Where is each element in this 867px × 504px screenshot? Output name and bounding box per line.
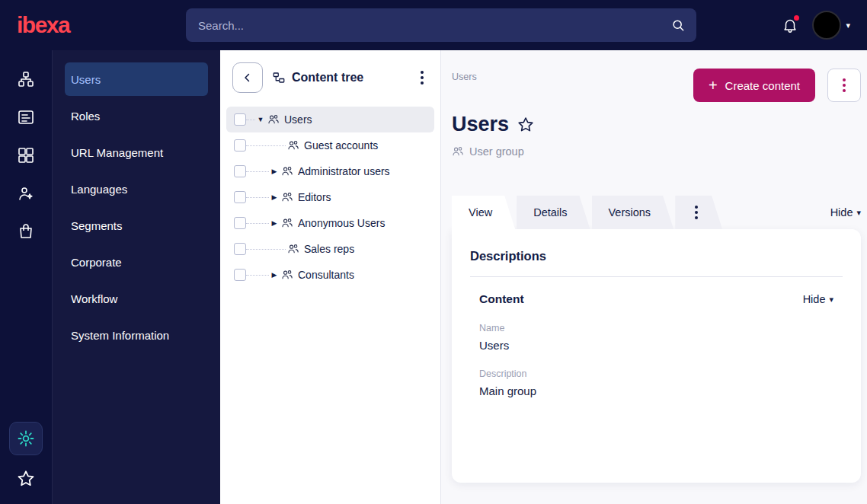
chevron-down-icon: ▾ bbox=[846, 21, 850, 30]
user-group-icon bbox=[267, 113, 280, 126]
user-menu[interactable]: ▾ bbox=[812, 11, 850, 40]
tree-item-anonymous-users[interactable]: ▶ Anonymous Users bbox=[226, 210, 434, 236]
rail-item-bookmarks[interactable] bbox=[16, 469, 36, 489]
tree-item-label[interactable]: Administrator users bbox=[298, 165, 390, 177]
sidebar-item-corporate[interactable]: Corporate bbox=[65, 245, 208, 279]
tree-expand-caret[interactable]: ▶ bbox=[269, 219, 280, 227]
user-group-icon bbox=[281, 217, 293, 229]
content-field-group: Content Hide ▾ Name Users Description Ma… bbox=[470, 292, 843, 397]
tree-guide-line bbox=[246, 197, 269, 198]
user-group-icon bbox=[281, 165, 293, 177]
tree-guide-line bbox=[246, 223, 269, 224]
rail-item-personalization[interactable] bbox=[17, 184, 35, 203]
content-structure-icon bbox=[17, 70, 35, 88]
tree-checkbox[interactable] bbox=[234, 139, 246, 152]
hide-group-toggle[interactable]: Hide ▾ bbox=[803, 293, 833, 305]
global-search[interactable] bbox=[186, 8, 696, 42]
tree-options-kebab[interactable] bbox=[416, 66, 428, 89]
hide-label: Hide bbox=[803, 293, 826, 305]
breadcrumb[interactable]: Users bbox=[452, 72, 477, 82]
tab-versions[interactable]: Versions bbox=[592, 196, 674, 229]
sidebar-item-languages[interactable]: Languages bbox=[65, 172, 208, 206]
sidebar-item-roles[interactable]: Roles bbox=[65, 99, 208, 132]
search-icon[interactable] bbox=[670, 18, 686, 33]
create-content-label: Create content bbox=[725, 79, 800, 92]
tree-item-label[interactable]: Users bbox=[284, 113, 312, 126]
content-group-header: Content Hide ▾ bbox=[479, 292, 833, 306]
tree-guide-line bbox=[246, 120, 255, 120]
tree-checkbox[interactable] bbox=[234, 243, 246, 255]
avatar[interactable] bbox=[812, 11, 841, 40]
sidebar-item-label: Roles bbox=[71, 110, 100, 123]
tree-item-label[interactable]: Editors bbox=[298, 191, 331, 203]
tree-item-sales-reps[interactable]: Sales reps bbox=[226, 236, 434, 262]
tab-view[interactable]: View bbox=[452, 196, 515, 229]
bookmarks-star-icon bbox=[16, 469, 36, 489]
topbar-right: ▾ bbox=[782, 0, 850, 50]
page-title: Users bbox=[452, 113, 509, 136]
notifications-button[interactable] bbox=[782, 17, 798, 33]
tree-item-consultants[interactable]: ▶ Consultants bbox=[226, 262, 434, 288]
user-group-icon bbox=[452, 145, 464, 158]
more-actions-button[interactable] bbox=[827, 69, 861, 102]
rail-item-commerce[interactable] bbox=[17, 222, 35, 241]
descriptions-heading: Descriptions bbox=[470, 249, 843, 263]
field-value: Users bbox=[479, 339, 833, 352]
ibexa-logo[interactable]: ibexa bbox=[17, 14, 69, 37]
rail-bottom bbox=[9, 422, 43, 492]
sidebar-item-label: Corporate bbox=[71, 256, 122, 269]
field-value: Main group bbox=[479, 384, 833, 397]
sidebar-item-label: System Information bbox=[71, 329, 169, 342]
tree-icon bbox=[272, 71, 286, 85]
bookmark-star-icon[interactable] bbox=[517, 116, 535, 134]
tree-item-editors[interactable]: ▶ Editors bbox=[226, 184, 434, 210]
main-content: Users + Create content Users bbox=[441, 50, 867, 504]
tree-expand-caret[interactable]: ▶ bbox=[269, 167, 280, 175]
tree-expand-caret[interactable]: ▶ bbox=[269, 271, 280, 279]
rail-item-settings[interactable] bbox=[9, 422, 43, 455]
tree-checkbox[interactable] bbox=[234, 269, 246, 281]
tree-expand-caret[interactable]: ▼ bbox=[255, 116, 266, 123]
tree-checkbox[interactable] bbox=[234, 113, 246, 126]
tree-item-label[interactable]: Sales reps bbox=[304, 243, 354, 255]
content-tree-list: ▼ Users Guest accounts bbox=[220, 100, 440, 288]
tab-more-kebab[interactable] bbox=[675, 196, 722, 229]
field-description: Description Main group bbox=[479, 368, 833, 397]
create-content-button[interactable]: + Create content bbox=[693, 69, 815, 102]
tab-label: Versions bbox=[609, 206, 651, 219]
tree-checkbox[interactable] bbox=[234, 217, 246, 229]
hide-panel-toggle[interactable]: Hide ▾ bbox=[830, 206, 861, 219]
content-type-label: User group bbox=[469, 145, 524, 158]
sidebar-item-label: Users bbox=[71, 73, 101, 86]
icon-rail bbox=[0, 50, 53, 504]
sidebar-item-workflow[interactable]: Workflow bbox=[65, 282, 208, 315]
tree-item-label[interactable]: Guest accounts bbox=[304, 139, 378, 152]
sidebar-item-label: URL Management bbox=[71, 146, 163, 159]
user-group-icon bbox=[287, 139, 299, 152]
sidebar-item-users[interactable]: Users bbox=[65, 62, 208, 96]
tab-details[interactable]: Details bbox=[517, 196, 590, 229]
tree-item-users[interactable]: ▼ Users bbox=[226, 107, 434, 132]
sidebar-item-segments[interactable]: Segments bbox=[65, 209, 208, 242]
sidebar-item-url-management[interactable]: URL Management bbox=[65, 136, 208, 169]
user-group-icon bbox=[281, 269, 293, 281]
sidebar-item-label: Segments bbox=[71, 219, 123, 232]
tree-checkbox[interactable] bbox=[234, 165, 246, 177]
tree-item-guest-accounts[interactable]: Guest accounts bbox=[226, 132, 434, 158]
rail-item-content-list[interactable] bbox=[17, 108, 35, 126]
tabs-row: View Details Versions Hide ▾ bbox=[452, 196, 861, 229]
field-label: Name bbox=[479, 323, 833, 333]
rail-item-content-structure[interactable] bbox=[17, 70, 35, 88]
tree-expand-caret[interactable]: ▶ bbox=[269, 193, 280, 201]
content-tree-title-text: Content tree bbox=[292, 71, 363, 85]
rail-item-blocks[interactable] bbox=[17, 146, 35, 164]
hide-label: Hide bbox=[830, 206, 853, 219]
collapse-tree-button[interactable] bbox=[232, 62, 263, 93]
tree-item-administrator-users[interactable]: ▶ Administrator users bbox=[226, 158, 434, 184]
sidebar-item-system-information[interactable]: System Information bbox=[65, 318, 208, 352]
section-divider bbox=[470, 276, 843, 277]
tree-item-label[interactable]: Anonymous Users bbox=[298, 217, 385, 229]
search-input[interactable] bbox=[198, 19, 670, 32]
tree-item-label[interactable]: Consultants bbox=[298, 269, 354, 281]
tree-checkbox[interactable] bbox=[234, 191, 246, 203]
